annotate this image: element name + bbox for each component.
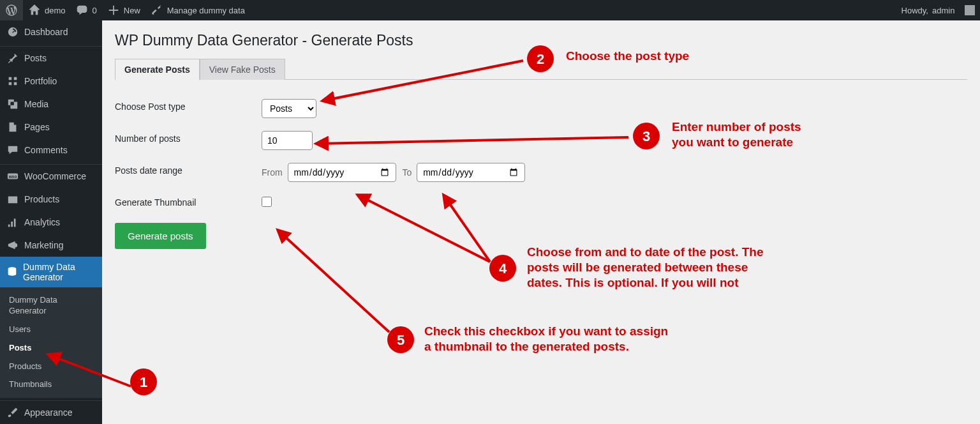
sidebar-item-media[interactable]: Media — [0, 93, 102, 116]
sidebar-sub-users[interactable]: Users — [0, 321, 102, 339]
products-icon — [6, 193, 19, 206]
sidebar-item-woocommerce[interactable]: wooWooCommerce — [0, 165, 102, 188]
wp-admin-bar: demo 0 New Manage dummy data Howdy, admi… — [0, 0, 980, 20]
sidebar-label-comments: Comments — [24, 145, 68, 155]
sidebar-item-marketing[interactable]: Marketing — [0, 234, 102, 257]
woo-icon: woo — [6, 170, 19, 183]
generate-posts-button[interactable]: Generate posts — [115, 223, 206, 249]
sidebar-item-posts[interactable]: Posts — [0, 47, 102, 70]
form-table: Choose Post type Posts Number of posts P… — [115, 93, 531, 216]
portfolio-icon — [6, 75, 19, 87]
avatar — [965, 5, 975, 15]
dashboard-icon — [6, 26, 19, 38]
sidebar-label-portfolio: Portfolio — [24, 76, 57, 86]
comments-link[interactable]: 0 — [71, 0, 102, 20]
sidebar-item-comments[interactable]: Comments — [0, 139, 102, 162]
sidebar-item-dashboard[interactable]: Dashboard — [0, 20, 102, 43]
comments-icon — [6, 144, 19, 156]
page-title: WP Dummy Data Generator - Generate Posts — [115, 32, 967, 49]
manage-dummy-link[interactable]: Manage dummy data — [145, 0, 250, 20]
user-name: admin — [932, 6, 954, 15]
database-icon — [6, 266, 18, 278]
sidebar-label-pages: Pages — [24, 122, 50, 132]
date-to-input[interactable] — [417, 163, 525, 182]
sidebar-label-products: Products — [24, 194, 59, 204]
comment-icon — [76, 4, 89, 17]
post-type-label: Choose Post type — [115, 93, 255, 125]
sidebar-sub-dummy-data-generator[interactable]: Dummy Data Generator — [0, 291, 102, 321]
plus-icon — [107, 4, 120, 17]
home-icon — [28, 4, 41, 17]
sidebar-label-media: Media — [24, 99, 48, 109]
to-label: To — [398, 167, 414, 178]
wp-logo[interactable] — [0, 0, 23, 20]
sidebar-label-analytics: Analytics — [24, 217, 60, 227]
new-label: New — [124, 6, 140, 15]
sidebar-label-appearance: Appearance — [24, 407, 73, 418]
megaphone-icon — [6, 239, 19, 252]
post-type-select[interactable]: Posts — [262, 99, 316, 118]
pin-icon — [6, 52, 19, 64]
sidebar-item-portfolio[interactable]: Portfolio — [0, 70, 102, 93]
brush-icon — [6, 406, 19, 419]
thumbnail-checkbox[interactable] — [262, 197, 272, 207]
sidebar-sub-posts[interactable]: Posts — [0, 339, 102, 358]
svg-text:woo: woo — [8, 174, 17, 179]
sidebar-label-dummy: Dummy Data Generator — [23, 262, 96, 282]
page-icon — [6, 121, 19, 133]
tab-generate-posts[interactable]: Generate Posts — [115, 59, 200, 80]
from-label: From — [262, 167, 285, 178]
num-posts-input[interactable] — [262, 131, 313, 150]
sidebar-item-products[interactable]: Products — [0, 188, 102, 211]
admin-sidebar: Dashboard Posts Portfolio Media Pages Co… — [0, 20, 102, 424]
comments-count: 0 — [93, 6, 97, 15]
main-content: WP Dummy Data Generator - Generate Posts… — [102, 20, 980, 424]
tab-wrapper: Generate PostsView Fake Posts — [115, 58, 967, 80]
sidebar-submenu: Dummy Data Generator Users Posts Product… — [0, 287, 102, 398]
sidebar-item-dummy-data-generator[interactable]: Dummy Data Generator — [0, 257, 102, 287]
sidebar-item-appearance[interactable]: Appearance — [0, 401, 102, 424]
sidebar-sub-products[interactable]: Products — [0, 358, 102, 376]
sidebar-label-dashboard: Dashboard — [24, 27, 68, 37]
sidebar-label-marketing: Marketing — [24, 240, 63, 250]
site-name-link[interactable]: demo — [23, 0, 71, 20]
date-range-label: Posts date range — [115, 156, 255, 188]
chart-icon — [6, 216, 19, 229]
my-account-link[interactable]: Howdy, admin — [896, 0, 980, 20]
tab-view-fake-posts[interactable]: View Fake Posts — [200, 59, 285, 80]
thumbnail-label: Generate Thumbnail — [115, 188, 255, 216]
sidebar-label-woocommerce: WooCommerce — [24, 171, 86, 181]
howdy-prefix: Howdy, — [902, 6, 928, 15]
site-name: demo — [45, 6, 66, 15]
sidebar-item-pages[interactable]: Pages — [0, 116, 102, 139]
sidebar-item-analytics[interactable]: Analytics — [0, 211, 102, 234]
media-icon — [6, 98, 19, 110]
num-posts-label: Number of posts — [115, 125, 255, 156]
wordpress-logo-icon — [5, 4, 18, 17]
sidebar-sub-thumbnails[interactable]: Thumbnails — [0, 375, 102, 394]
tools-icon — [151, 4, 163, 17]
date-from-input[interactable] — [288, 163, 396, 182]
sidebar-label-posts: Posts — [24, 53, 47, 63]
new-content-link[interactable]: New — [102, 0, 145, 20]
manage-dummy-label: Manage dummy data — [167, 6, 245, 15]
